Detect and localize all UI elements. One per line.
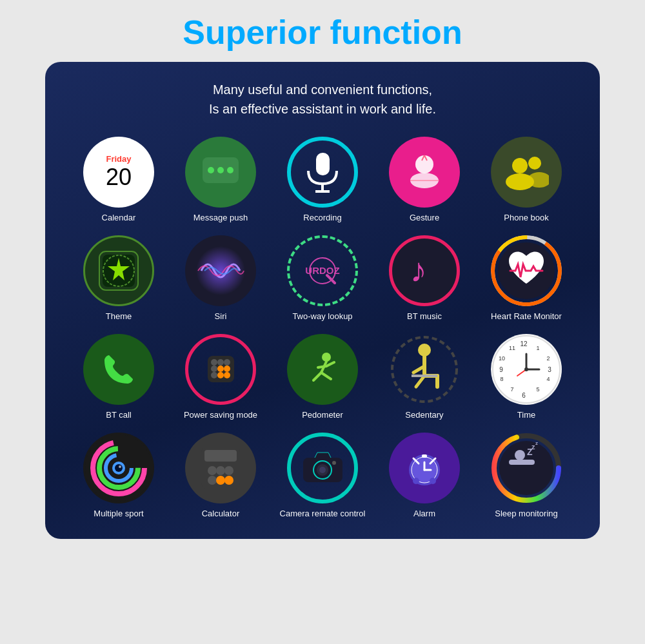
svg-point-34 xyxy=(217,372,224,378)
siri-icon xyxy=(185,235,256,306)
svg-text:6: 6 xyxy=(522,392,526,399)
recording-label: Recording xyxy=(303,213,341,224)
svg-point-27 xyxy=(211,359,217,366)
svg-point-77 xyxy=(216,466,225,475)
svg-point-36 xyxy=(322,353,331,362)
svg-text:5: 5 xyxy=(536,386,539,393)
svg-point-78 xyxy=(224,466,233,475)
recording-icon xyxy=(287,137,358,208)
svg-point-73 xyxy=(119,465,121,468)
feature-gesture: Gesture xyxy=(377,137,472,224)
main-card: Many useful and convenient functions, Is… xyxy=(45,62,600,539)
camera-label: Camera remate control xyxy=(280,509,366,520)
svg-text:z: z xyxy=(535,440,538,446)
svg-point-30 xyxy=(211,366,217,372)
btmusic-icon: ♪ xyxy=(389,235,460,306)
svg-point-99 xyxy=(515,450,525,460)
svg-point-29 xyxy=(224,359,230,366)
svg-text:11: 11 xyxy=(509,345,515,351)
svg-point-1 xyxy=(208,167,214,173)
calendar-day: Friday xyxy=(106,154,131,164)
heartrate-label: Heart Rate Monitor xyxy=(491,311,562,322)
feature-heartrate: Heart Rate Monitor xyxy=(479,235,574,322)
page-title: Superior function xyxy=(183,13,462,52)
svg-point-33 xyxy=(211,372,217,378)
feature-siri: Siri xyxy=(173,235,268,322)
svg-text:12: 12 xyxy=(520,340,528,347)
multisport-icon xyxy=(83,433,154,503)
feature-calendar: Friday 20 Calendar xyxy=(71,137,166,224)
svg-rect-75 xyxy=(204,450,237,462)
svg-point-79 xyxy=(208,476,217,485)
btcall-icon xyxy=(83,334,154,405)
feature-pedometer: Pedometer xyxy=(275,334,370,421)
feature-btmusic: ♪ BT music xyxy=(377,235,472,322)
svg-text:7: 7 xyxy=(510,386,513,393)
power-label: Power saving mode xyxy=(184,410,257,421)
feature-twoway: URDOZ Two-way lookup xyxy=(275,235,370,322)
calculator-icon xyxy=(185,433,256,503)
feature-sleep: Z z z Sleep monitoring xyxy=(479,433,574,520)
feature-btcall: BT call xyxy=(71,334,166,421)
theme-icon xyxy=(83,235,154,306)
sleep-icon: Z z z xyxy=(491,433,562,503)
svg-rect-100 xyxy=(509,460,535,465)
feature-sedentary: Sedentary xyxy=(377,334,472,421)
svg-point-92 xyxy=(413,478,419,484)
svg-point-18 xyxy=(196,246,245,295)
svg-line-48 xyxy=(416,376,424,387)
svg-text:4: 4 xyxy=(546,376,550,382)
svg-point-76 xyxy=(208,466,217,475)
twoway-icon: URDOZ xyxy=(287,235,358,306)
feature-camera: Camera remate control xyxy=(275,433,370,520)
svg-rect-89 xyxy=(422,454,427,458)
message-label: Message push xyxy=(194,213,248,224)
message-icon xyxy=(185,137,256,208)
svg-point-28 xyxy=(217,359,224,366)
svg-line-38 xyxy=(313,373,321,380)
time-icon: 12 3 6 9 1 2 4 5 7 8 10 11 xyxy=(491,334,562,405)
svg-point-93 xyxy=(430,478,436,484)
svg-point-11 xyxy=(528,157,541,170)
svg-point-31 xyxy=(217,366,224,372)
features-grid: Friday 20 Calendar Message push xyxy=(71,137,574,520)
power-icon xyxy=(185,334,256,405)
feature-multisport: Multiple sport xyxy=(71,433,166,520)
camera-icon xyxy=(287,433,358,503)
svg-line-41 xyxy=(326,362,334,366)
feature-time: 12 3 6 9 1 2 4 5 7 8 10 11 xyxy=(479,334,574,421)
btcall-label: BT call xyxy=(106,410,132,421)
twoway-label: Two-way lookup xyxy=(292,311,352,322)
svg-point-72 xyxy=(115,464,123,472)
calendar-icon: Friday 20 xyxy=(83,137,154,208)
svg-point-3 xyxy=(227,167,233,173)
pedometer-label: Pedometer xyxy=(302,410,343,421)
feature-alarm: Alarm xyxy=(377,433,472,520)
calendar-label: Calendar xyxy=(102,213,136,224)
svg-point-8 xyxy=(415,155,433,173)
phonebook-label: Phone book xyxy=(504,213,548,224)
theme-label: Theme xyxy=(106,311,132,322)
alarm-label: Alarm xyxy=(413,509,435,520)
calendar-num: 20 xyxy=(106,164,132,191)
feature-calculator: Calculator xyxy=(173,433,268,520)
svg-text:3: 3 xyxy=(548,366,551,373)
svg-point-10 xyxy=(512,158,528,173)
svg-point-98 xyxy=(499,441,553,495)
svg-point-80 xyxy=(216,476,225,485)
svg-point-2 xyxy=(217,167,224,173)
gesture-icon xyxy=(389,137,460,208)
calculator-label: Calculator xyxy=(202,509,240,520)
feature-message: Message push xyxy=(173,137,268,224)
svg-text:10: 10 xyxy=(499,355,505,362)
svg-rect-5 xyxy=(316,153,330,175)
alarm-icon xyxy=(389,433,460,503)
svg-text:9: 9 xyxy=(499,366,503,373)
feature-power: Power saving mode xyxy=(173,334,268,421)
phonebook-icon xyxy=(491,137,562,208)
multisport-label: Multiple sport xyxy=(94,509,143,520)
pedometer-icon xyxy=(287,334,358,405)
svg-text:1: 1 xyxy=(536,345,539,351)
gesture-label: Gesture xyxy=(410,213,439,224)
svg-point-35 xyxy=(224,372,230,378)
